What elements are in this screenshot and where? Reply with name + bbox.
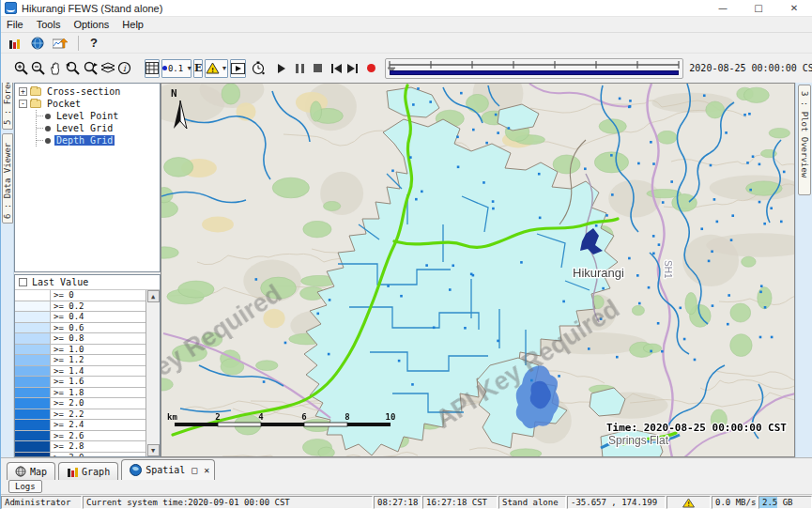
legend-swatch	[15, 290, 51, 301]
zoom-previous-icon[interactable]	[65, 59, 81, 78]
app-icon	[5, 2, 17, 14]
legend-row[interactable]: >= 2.0	[15, 398, 146, 409]
collapse-icon[interactable]: -	[19, 100, 27, 108]
legend-row[interactable]: >= 0.8	[15, 333, 146, 345]
minimize-button[interactable]: —	[705, 0, 741, 16]
tree-item-level-grid[interactable]: Level Grid	[37, 122, 160, 134]
tree-item-cross-section[interactable]: + Cross-section	[15, 85, 160, 98]
current-map-datetime: 2020-08-25 00:00:00 CST	[689, 63, 812, 73]
status-memory: 2.5 GB	[758, 496, 812, 509]
legend-row[interactable]: >= 2.4	[15, 420, 146, 431]
legend-swatch	[15, 333, 51, 344]
last-value-checkbox[interactable]	[19, 278, 27, 286]
tab-close-icon[interactable]: ✕	[204, 465, 209, 475]
legend-row[interactable]: >= 3.0	[15, 453, 146, 457]
tab-data-viewer[interactable]: 6 : Data Viewer	[2, 133, 13, 224]
animation-export-button[interactable]	[230, 59, 246, 78]
filter-tree[interactable]: + Cross-section - Pocket Level Point	[14, 83, 161, 272]
legend-row[interactable]: >= 1.6	[15, 377, 146, 388]
legend-row[interactable]: >= 1.0	[15, 345, 146, 356]
legend-swatch	[15, 398, 51, 409]
bullet-icon	[45, 138, 51, 144]
close-button[interactable]: ✕	[776, 0, 812, 16]
legend-swatch	[15, 323, 51, 333]
time-slider[interactable]	[385, 58, 683, 79]
tree-item-depth-grid[interactable]: Depth Grid	[37, 134, 160, 147]
legend-swatch	[15, 301, 51, 312]
expand-icon[interactable]: +	[19, 87, 27, 96]
menu-tools[interactable]: Tools	[37, 19, 61, 30]
legend-row[interactable]: >= 2.6	[15, 431, 146, 442]
legend-row-label: >= 1.2	[51, 355, 146, 365]
scroll-down-icon[interactable]: ▼	[147, 444, 160, 456]
menu-file[interactable]: File	[7, 19, 23, 30]
legend-row-label: >= 1.8	[51, 388, 146, 398]
zoom-out-icon[interactable]	[31, 59, 46, 78]
legend-rows: >= 0>= 0.2>= 0.4>= 0.6>= 0.8>= 1.0>= 1.2…	[15, 290, 146, 456]
tab-graph[interactable]: Graph	[58, 462, 118, 480]
zoom-in-icon[interactable]	[14, 59, 29, 78]
legend-row-label: >= 0.8	[51, 333, 146, 344]
scroll-up-icon[interactable]: ▲	[147, 290, 160, 302]
legend-row[interactable]: >= 1.4	[15, 366, 146, 378]
status-gmt-time: 08:27:18 GMT	[374, 496, 421, 509]
pan-hand-icon[interactable]	[48, 59, 63, 78]
pause-button[interactable]	[296, 59, 304, 78]
help-icon[interactable]: ?	[84, 36, 103, 50]
legend-swatch	[15, 366, 51, 377]
tree-item-pocket[interactable]: - Pocket	[15, 98, 160, 110]
legend-row[interactable]: >= 2.2	[15, 409, 146, 421]
logs-button[interactable]: Logs	[8, 480, 42, 493]
svg-text:2: 2	[215, 412, 220, 422]
stop-button[interactable]	[314, 59, 322, 78]
spatial-display-icon[interactable]	[50, 34, 70, 53]
globe-wire-icon	[15, 466, 26, 477]
blue-globe-icon	[130, 464, 142, 476]
tab-forecast[interactable]: 5 : Forecast	[2, 83, 13, 130]
legend-swatch	[15, 409, 51, 420]
legend-row[interactable]: >= 0.2	[15, 301, 146, 313]
status-warning-cell[interactable]: !	[666, 496, 711, 509]
chevron-down-icon: ▼	[186, 65, 192, 71]
legend-row[interactable]: >= 0.6	[15, 323, 146, 334]
legend-row[interactable]: >= 1.2	[15, 355, 146, 366]
record-button[interactable]	[367, 59, 375, 78]
title-bar[interactable]: Hikurangi FEWS (Stand alone) — □ ✕	[1, 0, 812, 17]
place-label-springs-flat: Springs Flat	[608, 434, 669, 447]
tab-plot-overview[interactable]: 3 : Plot Overview	[798, 85, 811, 195]
legend-row[interactable]: >= 0.4	[15, 312, 146, 323]
tab-map[interactable]: Map	[7, 462, 55, 480]
zoom-next-icon[interactable]	[83, 59, 99, 78]
legend-scrollbar[interactable]: ▲ ▼	[146, 290, 160, 456]
maximize-button[interactable]: □	[741, 0, 776, 16]
grid-display-button[interactable]	[145, 59, 160, 78]
map-canvas[interactable]: API Key Required API Key Required Hikura…	[161, 84, 795, 457]
skip-to-start-button[interactable]	[331, 59, 342, 78]
legend-row[interactable]: >= 0	[15, 290, 146, 301]
globe-map-icon[interactable]	[27, 34, 48, 53]
play-button[interactable]	[277, 59, 286, 78]
legend-toggle-button[interactable]: E	[193, 59, 203, 78]
layers-icon[interactable]	[100, 59, 115, 78]
tree-item-level-point[interactable]: Level Point	[37, 110, 160, 122]
timestep-clock-icon[interactable]	[252, 59, 266, 78]
value-threshold-dropdown[interactable]: 0.1▼	[161, 59, 192, 78]
database-explorer-icon[interactable]	[5, 34, 25, 53]
legend-row[interactable]: >= 2.8	[15, 441, 146, 453]
skip-to-end-button[interactable]	[347, 59, 358, 78]
legend-row-label: >= 1.0	[51, 345, 146, 355]
info-icon[interactable]: i	[117, 59, 131, 78]
legend-row-label: >= 2.0	[51, 398, 146, 409]
legend-row[interactable]: >= 1.8	[15, 388, 146, 399]
legend-swatch	[15, 388, 51, 398]
legend-swatch	[15, 345, 51, 355]
svg-text:4: 4	[258, 412, 264, 422]
warning-dropdown[interactable]: ! ▼	[205, 59, 228, 78]
folder-icon	[30, 87, 41, 96]
menu-options[interactable]: Options	[73, 19, 109, 30]
tab-maximize-icon[interactable]: □	[192, 465, 197, 475]
tab-spatial[interactable]: Spatial □ ✕	[121, 459, 215, 480]
menu-help[interactable]: Help	[122, 19, 144, 30]
legend-row-label: >= 2.2	[51, 409, 146, 420]
legend-swatch	[15, 377, 51, 387]
